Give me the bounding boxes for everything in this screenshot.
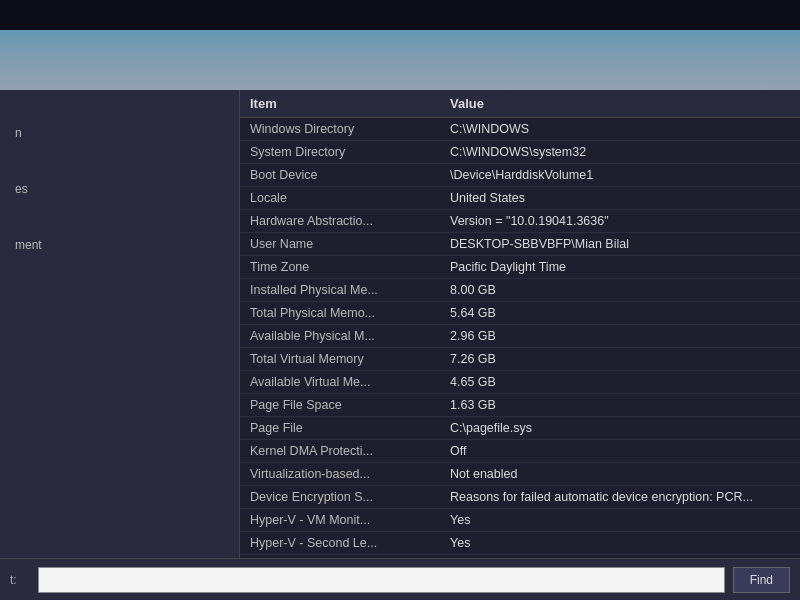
table-row: Kernel DMA Protecti...Off — [240, 440, 800, 463]
table-cell-value: 4.65 GB — [440, 371, 800, 394]
table-cell-item: Hyper-V - VM Monit... — [240, 509, 440, 532]
table-row: Installed Physical Me...8.00 GB — [240, 279, 800, 302]
table-header-row: Item Value — [240, 90, 800, 118]
table-row: Available Virtual Me...4.65 GB — [240, 371, 800, 394]
table-cell-value: C:\WINDOWS — [440, 118, 800, 141]
table-panel: Item Value Windows DirectoryC:\WINDOWSSy… — [240, 90, 800, 600]
table-cell-value: 5.64 GB — [440, 302, 800, 325]
table-cell-value: Pacific Daylight Time — [440, 256, 800, 279]
sidebar-partial-n: n — [0, 120, 239, 146]
main-content: n es ment Item Value Windows DirectoryC:… — [0, 90, 800, 600]
find-button[interactable]: Find — [733, 567, 790, 593]
table-row: LocaleUnited States — [240, 187, 800, 210]
table-row: Hyper-V - Second Le...Yes — [240, 532, 800, 555]
table-cell-item: Available Virtual Me... — [240, 371, 440, 394]
table-cell-item: Total Physical Memo... — [240, 302, 440, 325]
table-cell-item: Windows Directory — [240, 118, 440, 141]
system-info-table: Item Value Windows DirectoryC:\WINDOWSSy… — [240, 90, 800, 600]
table-cell-item: Hyper-V - Second Le... — [240, 532, 440, 555]
table-cell-value: United States — [440, 187, 800, 210]
top-bar — [0, 0, 800, 30]
table-cell-item: Boot Device — [240, 164, 440, 187]
table-cell-value: Not enabled — [440, 463, 800, 486]
table-cell-value: 1.63 GB — [440, 394, 800, 417]
table-cell-item: Virtualization-based... — [240, 463, 440, 486]
table-cell-value: 2.96 GB — [440, 325, 800, 348]
table-cell-value: 8.00 GB — [440, 279, 800, 302]
table-cell-item: Available Physical M... — [240, 325, 440, 348]
table-cell-value: \Device\HarddiskVolume1 — [440, 164, 800, 187]
col-item: Item — [240, 90, 440, 118]
table-row: Device Encryption S...Reasons for failed… — [240, 486, 800, 509]
table-row: Total Physical Memo...5.64 GB — [240, 302, 800, 325]
table-cell-value: 7.26 GB — [440, 348, 800, 371]
table-cell-item: Locale — [240, 187, 440, 210]
table-row: Page File Space1.63 GB — [240, 394, 800, 417]
table-cell-value: DESKTOP-SBBVBFP\Mian Bilal — [440, 233, 800, 256]
col-value: Value — [440, 90, 800, 118]
table-cell-item: System Directory — [240, 141, 440, 164]
table-cell-value: Version = "10.0.19041.3636" — [440, 210, 800, 233]
table-cell-item: User Name — [240, 233, 440, 256]
sidebar-partial-ment: ment — [0, 232, 239, 258]
sidebar: n es ment — [0, 90, 240, 600]
table-cell-item: Page File — [240, 417, 440, 440]
table-cell-value: Yes — [440, 532, 800, 555]
bottom-bar: t: Find — [0, 558, 800, 600]
table-cell-item: Hardware Abstractio... — [240, 210, 440, 233]
table-row: Available Physical M...2.96 GB — [240, 325, 800, 348]
search-input[interactable] — [38, 567, 725, 593]
table-cell-value: Yes — [440, 509, 800, 532]
table-row: User NameDESKTOP-SBBVBFP\Mian Bilal — [240, 233, 800, 256]
table-row: Time ZonePacific Daylight Time — [240, 256, 800, 279]
table-row: Hyper-V - VM Monit...Yes — [240, 509, 800, 532]
table-row: Virtualization-based...Not enabled — [240, 463, 800, 486]
table-row: Windows DirectoryC:\WINDOWS — [240, 118, 800, 141]
table-row: Total Virtual Memory7.26 GB — [240, 348, 800, 371]
table-cell-value: Off — [440, 440, 800, 463]
table-cell-item: Kernel DMA Protecti... — [240, 440, 440, 463]
sky-background — [0, 30, 800, 90]
table-row: Boot Device\Device\HarddiskVolume1 — [240, 164, 800, 187]
table-row: Hardware Abstractio...Version = "10.0.19… — [240, 210, 800, 233]
table-cell-value: C:\pagefile.sys — [440, 417, 800, 440]
search-label: t: — [10, 573, 30, 587]
table-cell-item: Total Virtual Memory — [240, 348, 440, 371]
table-cell-item: Installed Physical Me... — [240, 279, 440, 302]
table-cell-value: C:\WINDOWS\system32 — [440, 141, 800, 164]
sidebar-partial-es: es — [0, 176, 239, 202]
table-row: Page FileC:\pagefile.sys — [240, 417, 800, 440]
table-cell-item: Time Zone — [240, 256, 440, 279]
table-cell-item: Device Encryption S... — [240, 486, 440, 509]
table-cell-value: Reasons for failed automatic device encr… — [440, 486, 800, 509]
table-row: System DirectoryC:\WINDOWS\system32 — [240, 141, 800, 164]
table-cell-item: Page File Space — [240, 394, 440, 417]
